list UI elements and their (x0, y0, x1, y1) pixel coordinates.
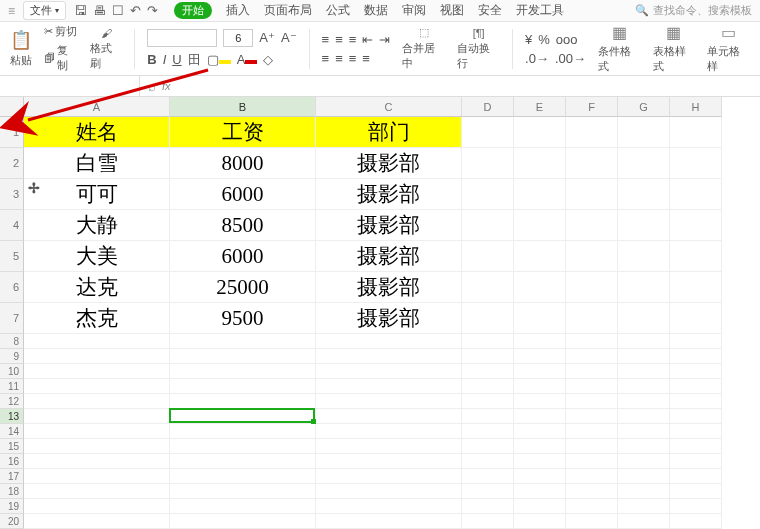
cell-H7[interactable] (670, 303, 722, 334)
tab-layout[interactable]: 页面布局 (264, 2, 312, 19)
search-box[interactable]: 🔍 查找命令、搜索模板 (635, 3, 752, 18)
file-menu[interactable]: 文件 ▾ (23, 1, 66, 20)
cell-D4[interactable] (462, 210, 514, 241)
cell-F4[interactable] (566, 210, 618, 241)
cell-E1[interactable] (514, 117, 566, 148)
cell-G7[interactable] (618, 303, 670, 334)
row-header-13[interactable]: 13 (0, 409, 24, 424)
cell-A3[interactable]: 可可 (24, 179, 170, 210)
cell-G12[interactable] (618, 394, 670, 409)
cell-E8[interactable] (514, 334, 566, 349)
cut-button[interactable]: ✂ 剪切 (44, 24, 77, 39)
cell-E14[interactable] (514, 424, 566, 439)
cell-F17[interactable] (566, 469, 618, 484)
cell-F12[interactable] (566, 394, 618, 409)
align-right-icon[interactable]: ≡ (349, 51, 357, 66)
tab-data[interactable]: 数据 (364, 2, 388, 19)
cell-H16[interactable] (670, 454, 722, 469)
cell-D7[interactable] (462, 303, 514, 334)
hamburger-icon[interactable]: ≡ (8, 4, 15, 18)
cell-F16[interactable] (566, 454, 618, 469)
tab-review[interactable]: 审阅 (402, 2, 426, 19)
row-header-17[interactable]: 17 (0, 469, 24, 484)
row-header-6[interactable]: 6 (0, 272, 24, 303)
align-center-icon[interactable]: ≡ (335, 51, 343, 66)
cell-G4[interactable] (618, 210, 670, 241)
column-header-G[interactable]: G (618, 97, 670, 117)
underline-button[interactable]: U (172, 52, 181, 67)
tab-dev[interactable]: 开发工具 (516, 2, 564, 19)
cell-E10[interactable] (514, 364, 566, 379)
paste-button[interactable]: 📋 粘贴 (10, 29, 32, 68)
copy-button[interactable]: 🗐 复制 (44, 43, 78, 73)
cell-H6[interactable] (670, 272, 722, 303)
cell-B9[interactable] (170, 349, 316, 364)
cell-H18[interactable] (670, 484, 722, 499)
magnify-icon[interactable]: ⌕ (148, 79, 156, 94)
cell-H12[interactable] (670, 394, 722, 409)
cell-H19[interactable] (670, 499, 722, 514)
wrap-text-button[interactable]: [¶] 自动换行 (457, 27, 500, 71)
cell-D8[interactable] (462, 334, 514, 349)
cell-H15[interactable] (670, 439, 722, 454)
cell-A12[interactable] (24, 394, 170, 409)
cell-F7[interactable] (566, 303, 618, 334)
diamond-icon[interactable]: ◇ (263, 52, 273, 67)
row-header-2[interactable]: 2 (0, 148, 24, 179)
cell-B5[interactable]: 6000 (170, 241, 316, 272)
cell-H9[interactable] (670, 349, 722, 364)
cell-B17[interactable] (170, 469, 316, 484)
cell-C6[interactable]: 摄影部 (316, 272, 462, 303)
cell-E9[interactable] (514, 349, 566, 364)
cell-B6[interactable]: 25000 (170, 272, 316, 303)
cells-area[interactable]: 姓名工资部门白雪8000摄影部可可6000摄影部大静8500摄影部大美6000摄… (24, 117, 722, 529)
cell-B12[interactable] (170, 394, 316, 409)
row-header-14[interactable]: 14 (0, 424, 24, 439)
cell-A10[interactable] (24, 364, 170, 379)
cell-B8[interactable] (170, 334, 316, 349)
cell-D18[interactable] (462, 484, 514, 499)
cell-D20[interactable] (462, 514, 514, 529)
cell-B20[interactable] (170, 514, 316, 529)
row-header-7[interactable]: 7 (0, 303, 24, 334)
cell-D3[interactable] (462, 179, 514, 210)
cell-C3[interactable]: 摄影部 (316, 179, 462, 210)
currency-button[interactable]: ¥ (525, 32, 532, 47)
cell-G8[interactable] (618, 334, 670, 349)
cell-B16[interactable] (170, 454, 316, 469)
fill-color-button[interactable]: ▢ (207, 52, 231, 67)
decrease-font-icon[interactable]: A⁻ (281, 30, 297, 45)
border-button[interactable]: 田 (188, 51, 201, 69)
column-header-B[interactable]: B (170, 97, 316, 117)
tab-start[interactable]: 开始 (174, 2, 212, 19)
align-justify-icon[interactable]: ≡ (362, 51, 370, 66)
cell-D14[interactable] (462, 424, 514, 439)
cell-B19[interactable] (170, 499, 316, 514)
cell-C11[interactable] (316, 379, 462, 394)
inc-decimal-button[interactable]: .0→ (525, 51, 549, 66)
align-bottom-icon[interactable]: ≡ (349, 32, 357, 47)
comma-button[interactable]: ooo (556, 32, 578, 47)
cell-C18[interactable] (316, 484, 462, 499)
row-header-5[interactable]: 5 (0, 241, 24, 272)
cell-G18[interactable] (618, 484, 670, 499)
cell-style-button[interactable]: ▭ 单元格样 (707, 23, 750, 74)
cell-E4[interactable] (514, 210, 566, 241)
cell-A2[interactable]: 白雪 (24, 148, 170, 179)
column-header-F[interactable]: F (566, 97, 618, 117)
cell-A11[interactable] (24, 379, 170, 394)
italic-button[interactable]: I (163, 52, 167, 67)
cell-G20[interactable] (618, 514, 670, 529)
cell-F2[interactable] (566, 148, 618, 179)
cell-A17[interactable] (24, 469, 170, 484)
indent-decrease-icon[interactable]: ⇤ (362, 32, 373, 47)
cell-G1[interactable] (618, 117, 670, 148)
cell-D16[interactable] (462, 454, 514, 469)
cell-C15[interactable] (316, 439, 462, 454)
cell-A19[interactable] (24, 499, 170, 514)
column-header-E[interactable]: E (514, 97, 566, 117)
cell-E18[interactable] (514, 484, 566, 499)
cell-G14[interactable] (618, 424, 670, 439)
row-header-20[interactable]: 20 (0, 514, 24, 529)
cell-E19[interactable] (514, 499, 566, 514)
